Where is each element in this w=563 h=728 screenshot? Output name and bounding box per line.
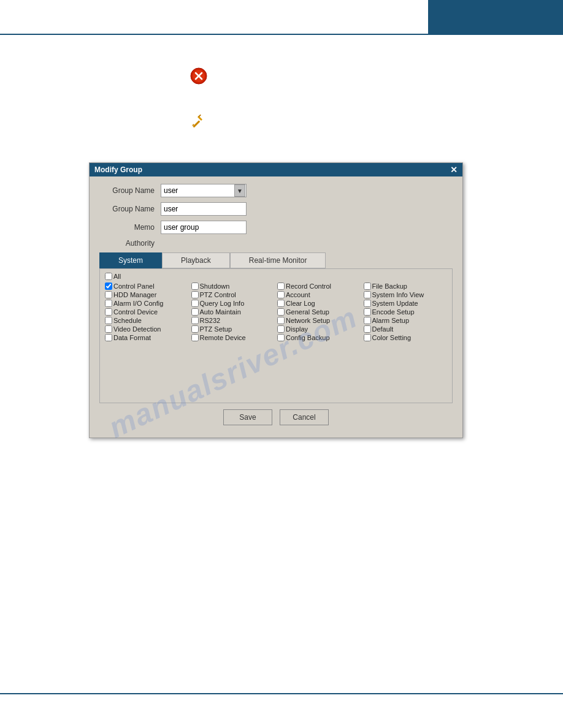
tab-playback[interactable]: Playback [162, 252, 230, 268]
tab-realtime[interactable]: Real-time Monitor [230, 252, 326, 268]
checkbox-control-device[interactable] [105, 308, 112, 316]
checkbox-schedule[interactable] [105, 317, 112, 324]
checkbox-record-control[interactable] [277, 282, 285, 290]
perm-color-setting[interactable]: Color Setting [364, 334, 448, 341]
perm-label-control-device: Control Device [113, 308, 158, 316]
edit-icon[interactable] [190, 113, 205, 128]
tabs-bar: System Playback Real-time Monitor [99, 252, 453, 268]
perm-ptz-setup[interactable]: PTZ Setup [191, 325, 275, 333]
modal-titlebar: Modify Group ✕ [90, 163, 462, 176]
perm-auto-maintain[interactable]: Auto Maintain [191, 308, 275, 316]
perm-label-default: Default [372, 325, 394, 333]
perm-shutdown[interactable]: Shutdown [191, 282, 275, 290]
perm-schedule[interactable]: Schedule [105, 317, 189, 324]
perm-label-shutdown: Shutdown [200, 282, 230, 290]
modify-group-dialog: Modify Group ✕ Group Name user ▼ Group N… [89, 162, 463, 438]
perm-label-color-setting: Color Setting [372, 334, 412, 341]
save-button[interactable]: Save [223, 409, 272, 425]
perm-config-backup[interactable]: Config Backup [277, 334, 361, 341]
perm-alarm-setup[interactable]: Alarm Setup [364, 317, 448, 324]
all-checkbox[interactable] [105, 273, 112, 280]
checkbox-alarm-io-config[interactable] [105, 300, 112, 307]
perm-data-format[interactable]: Data Format [105, 334, 189, 341]
perm-video-detection[interactable]: Video Detection [105, 325, 189, 333]
checkbox-color-setting[interactable] [364, 334, 371, 341]
perm-label-clear-log: Clear Log [286, 300, 315, 307]
perm-hdd-manager[interactable]: HDD Manager [105, 291, 189, 298]
svg-rect-4 [193, 120, 200, 127]
checkbox-account[interactable] [277, 291, 285, 298]
all-checkbox-label[interactable]: All [105, 273, 447, 280]
checkbox-remote-device[interactable] [191, 334, 199, 341]
perm-label-video-detection: Video Detection [113, 325, 161, 333]
perm-display[interactable]: Display [277, 325, 361, 333]
checkbox-auto-maintain[interactable] [191, 308, 199, 316]
checkbox-system-update[interactable] [364, 300, 371, 307]
perm-control-device[interactable]: Control Device [105, 308, 189, 316]
perm-rs232[interactable]: RS232 [191, 317, 275, 324]
checkbox-alarm-setup[interactable] [364, 317, 371, 324]
perm-record-control[interactable]: Record Control [277, 282, 361, 290]
checkbox-rs232[interactable] [191, 317, 199, 324]
checkbox-ptz-control[interactable] [191, 291, 199, 298]
perm-label-query-log-info: Query Log Info [200, 300, 245, 307]
group-name-select[interactable]: user [161, 184, 247, 197]
modal-body: Group Name user ▼ Group Name Memo Author… [90, 176, 462, 438]
perm-label-record-control: Record Control [286, 282, 331, 290]
perm-label-remote-device: Remote Device [200, 334, 246, 341]
perm-ptz-control[interactable]: PTZ Control [191, 291, 275, 298]
perm-system-info-view[interactable]: System Info View [364, 291, 448, 298]
perm-label-ptz-control: PTZ Control [200, 291, 236, 298]
perm-control-panel[interactable]: Control Panel [105, 282, 189, 290]
group-name-select-wrapper: user ▼ [161, 184, 247, 197]
perm-label-config-backup: Config Backup [286, 334, 330, 341]
authority-row: Authority [99, 239, 453, 248]
perm-label-control-panel: Control Panel [113, 282, 155, 290]
perm-clear-log[interactable]: Clear Log [277, 300, 361, 307]
checkbox-system-info-view[interactable] [364, 291, 371, 298]
perm-alarm-io-config[interactable]: Alarm I/O Config [105, 300, 189, 307]
modal-title: Modify Group [94, 165, 142, 174]
checkbox-general-setup[interactable] [277, 308, 285, 316]
checkbox-video-detection[interactable] [105, 325, 112, 333]
perm-encode-setup[interactable]: Encode Setup [364, 308, 448, 316]
checkbox-encode-setup[interactable] [364, 308, 371, 316]
perm-account[interactable]: Account [277, 291, 361, 298]
checkbox-control-panel[interactable] [105, 282, 112, 290]
perm-remote-device[interactable]: Remote Device [191, 334, 275, 341]
memo-input[interactable] [161, 221, 247, 234]
delete-icon[interactable] [190, 67, 207, 85]
cancel-button[interactable]: Cancel [280, 409, 329, 425]
perm-system-update[interactable]: System Update [364, 300, 448, 307]
perm-file-backup[interactable]: File Backup [364, 282, 448, 290]
perm-label-account: Account [286, 291, 310, 298]
perm-general-setup[interactable]: General Setup [277, 308, 361, 316]
tab-system[interactable]: System [99, 252, 162, 268]
perm-label-encode-setup: Encode Setup [372, 308, 415, 316]
memo-label: Memo [99, 223, 155, 232]
checkbox-config-backup[interactable] [277, 334, 285, 341]
checkbox-data-format[interactable] [105, 334, 112, 341]
perm-query-log-info[interactable]: Query Log Info [191, 300, 275, 307]
checkbox-network-setup[interactable] [277, 317, 285, 324]
perm-default[interactable]: Default [364, 325, 448, 333]
checkbox-query-log-info[interactable] [191, 300, 199, 307]
checkbox-ptz-setup[interactable] [191, 325, 199, 333]
action-buttons: Save Cancel [99, 409, 453, 430]
checkbox-clear-log[interactable] [277, 300, 285, 307]
modal-close-button[interactable]: ✕ [450, 165, 458, 174]
group-name-label-2: Group Name [99, 205, 155, 213]
all-permission-row: All [105, 273, 447, 280]
checkbox-display[interactable] [277, 325, 285, 333]
checkbox-shutdown[interactable] [191, 282, 199, 290]
delete-icon-area [190, 67, 207, 86]
permissions-grid: Control Panel Shutdown Record Control Fi… [105, 282, 447, 341]
checkbox-default[interactable] [364, 325, 371, 333]
perm-label-file-backup: File Backup [372, 282, 407, 290]
checkbox-hdd-manager[interactable] [105, 291, 112, 298]
checkbox-file-backup[interactable] [364, 282, 371, 290]
authority-label: Authority [99, 239, 155, 248]
group-name-input[interactable] [161, 202, 247, 216]
perm-label-rs232: RS232 [200, 317, 221, 324]
perm-network-setup[interactable]: Network Setup [277, 317, 361, 324]
